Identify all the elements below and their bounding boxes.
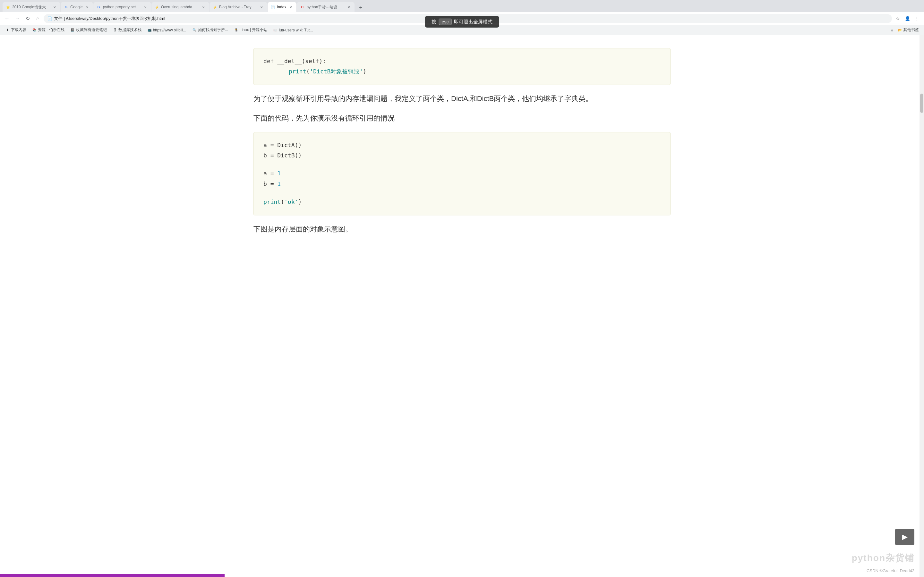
tab-title-4: Overusing lambda ex... <box>161 5 199 9</box>
code-line-print-ok: print('ok') <box>263 197 661 207</box>
bookmark-download[interactable]: ⬇ 下载内容 <box>3 26 29 34</box>
bookmark-bilibili[interactable]: 📺 https://www.bilibili... <box>145 26 189 34</box>
home-button[interactable]: ⌂ <box>33 14 42 23</box>
tab-title-6: index <box>277 5 286 9</box>
bookmark-label-bilibili: https://www.bilibili... <box>153 28 186 32</box>
address-separator: | <box>64 16 66 21</box>
tab-title-2: Google <box>70 5 83 9</box>
code-def-keyword: def <box>263 58 277 64</box>
code-line-a-dicta: a = DictA() <box>263 140 661 150</box>
bookmark-label-resource: 资源 - 伯乐在线 <box>38 27 65 33</box>
code-print-ok-close: ) <box>298 198 302 205</box>
fullscreen-notification: 按 esc 即可退出全屏模式 <box>425 16 499 27</box>
tab-favicon-5: ⚡ <box>213 5 217 9</box>
bookmark-youdao[interactable]: 📓 收藏到有道云笔记 <box>68 26 110 34</box>
scrollbar-thumb[interactable] <box>920 93 923 113</box>
tab-close-2[interactable]: ✕ <box>85 5 90 10</box>
bookmark-resource[interactable]: 📚 资源 - 伯乐在线 <box>29 26 67 34</box>
code-b-var: b = <box>263 152 277 159</box>
forward-button[interactable]: → <box>13 14 22 23</box>
page-content: def __del__(self): print('DictB对象被销毁') 为… <box>241 35 683 249</box>
bookmark-label-lua: lua-users wiki: Tut... <box>279 28 313 32</box>
tab-title-1: 2019 Google镜像大全... <box>12 5 50 10</box>
code-block-2: a = DictA() b = DictB() a = 1 b = 1 prin… <box>254 132 670 215</box>
tab-favicon-4: ⚡ <box>155 5 159 9</box>
tab-favicon-2: G <box>64 5 68 9</box>
tab-google[interactable]: G Google ✕ <box>61 2 93 12</box>
tab-favicon-3: G <box>97 5 101 9</box>
refresh-button[interactable]: ↻ <box>23 14 32 23</box>
code-a-assign: a = <box>263 170 277 177</box>
tab-overusing-lambda[interactable]: ⚡ Overusing lambda ex... ✕ <box>152 2 209 12</box>
bookmark-icon-database: 🗄 <box>113 28 117 32</box>
code-line-print1: print('DictB对象被销毁') <box>263 66 661 77</box>
bookmark-icon-zhihu: 🔍 <box>192 28 197 32</box>
bookmark-database[interactable]: 🗄 数据库技术栈 <box>110 26 144 34</box>
code-b-value: 1 <box>277 181 281 187</box>
tab-close-1[interactable]: ✕ <box>52 5 57 10</box>
address-path: /Users/kwsy/Desktop/python干货---垃圾回收机制.ht… <box>66 16 165 21</box>
extension-button[interactable]: ⋮ <box>913 14 921 23</box>
bookmark-icon-resource: 📚 <box>32 28 37 32</box>
lock-icon: 📄 <box>47 16 52 21</box>
tab-close-3[interactable]: ✕ <box>143 5 148 10</box>
bookmark-star-button[interactable]: ☆ <box>893 14 902 23</box>
scrollbar-track[interactable] <box>919 35 924 249</box>
bookmark-lua[interactable]: 📖 lua-users wiki: Tut... <box>270 26 315 34</box>
bookmark-icon-download: ⬇ <box>5 28 10 32</box>
bookmark-icon-linux: 🐧 <box>234 28 238 32</box>
code-print-ok-str: 'ok' <box>284 198 298 205</box>
code-b-assign: b = <box>263 181 277 187</box>
code-line-def: def __del__(self): <box>263 56 661 66</box>
code-print-func: print <box>275 68 306 75</box>
code-blank-1 <box>263 161 661 168</box>
code-line-b-dictb: b = DictB() <box>263 150 661 161</box>
bookmark-label-linux: Linux | 开源小站 <box>240 27 267 33</box>
tab-blog-archive[interactable]: ⚡ Blog Archive - Trey Hi... ✕ <box>210 2 267 12</box>
new-tab-button[interactable]: + <box>356 3 365 12</box>
fullscreen-text-before: 按 <box>431 19 436 25</box>
code-def-name: __del__(self): <box>277 58 326 64</box>
code-print-ok-func: print <box>263 198 281 205</box>
code-line-b-1: b = 1 <box>263 179 661 189</box>
tab-favicon-7: C <box>300 5 304 9</box>
tab-favicon-1: 🌟 <box>6 5 10 9</box>
code-a-value: 1 <box>277 170 281 177</box>
code-blank-2 <box>263 189 661 197</box>
fullscreen-text-after: 即可退出全屏模式 <box>454 19 493 25</box>
bookmark-label-zhihu: 如何找出知乎所... <box>198 27 228 33</box>
bookmark-label-database: 数据库技术栈 <box>118 27 142 33</box>
tab-close-7[interactable]: ✕ <box>346 5 351 10</box>
tab-favicon-6: 📄 <box>271 5 275 9</box>
profile-button[interactable]: 👤 <box>903 14 912 23</box>
outro-paragraph: 下图是内存层面的对象示意图。 <box>254 223 670 235</box>
code-block-1: def __del__(self): print('DictB对象被销毁') <box>254 48 670 85</box>
code-print-paren2: ) <box>363 68 367 75</box>
address-protocol: 文件 <box>54 16 63 21</box>
sub-paragraph: 下面的代码，先为你演示没有循环引用的情况 <box>254 112 670 124</box>
bookmark-icon-youdao: 📓 <box>70 28 75 32</box>
tab-python-property[interactable]: G python property sette... ✕ <box>94 2 151 12</box>
bookmark-icon-lua: 📖 <box>273 28 278 32</box>
intro-paragraph: 为了便于观察循环引用导致的内存泄漏问题，我定义了两个类，DictA,和DictB… <box>254 93 670 105</box>
bookmark-others[interactable]: 📂 其他书签 <box>895 26 921 34</box>
bookmark-label-download: 下载内容 <box>11 27 26 33</box>
tab-index[interactable]: 📄 index ✕ <box>268 2 297 12</box>
code-line-a-1: a = 1 <box>263 168 661 179</box>
tab-close-6[interactable]: ✕ <box>288 5 293 10</box>
back-button[interactable]: ← <box>3 14 11 23</box>
tab-2019google[interactable]: 🌟 2019 Google镜像大全... ✕ <box>3 2 60 12</box>
address-right-icons: ☆ 👤 ⋮ <box>893 14 921 23</box>
bookmark-zhihu[interactable]: 🔍 如何找出知乎所... <box>190 26 231 34</box>
tab-title-5: Blog Archive - Trey Hi... <box>219 5 257 9</box>
tab-python-csdn[interactable]: C python干货---垃圾回... ✕ <box>297 2 355 12</box>
bookmark-icon-others: 📂 <box>898 28 902 32</box>
bookmark-label-others: 其他书签 <box>903 27 919 33</box>
tab-title-7: python干货---垃圾回... <box>306 5 344 10</box>
tab-close-5[interactable]: ✕ <box>259 5 264 10</box>
bookmark-linux[interactable]: 🐧 Linux | 开源小站 <box>231 26 270 34</box>
bookmarks-overflow[interactable]: » <box>889 27 895 33</box>
tab-bar: 🌟 2019 Google镜像大全... ✕ G Google ✕ G pyth… <box>0 0 924 12</box>
code-a-var: a = <box>263 142 277 148</box>
tab-close-4[interactable]: ✕ <box>201 5 206 10</box>
